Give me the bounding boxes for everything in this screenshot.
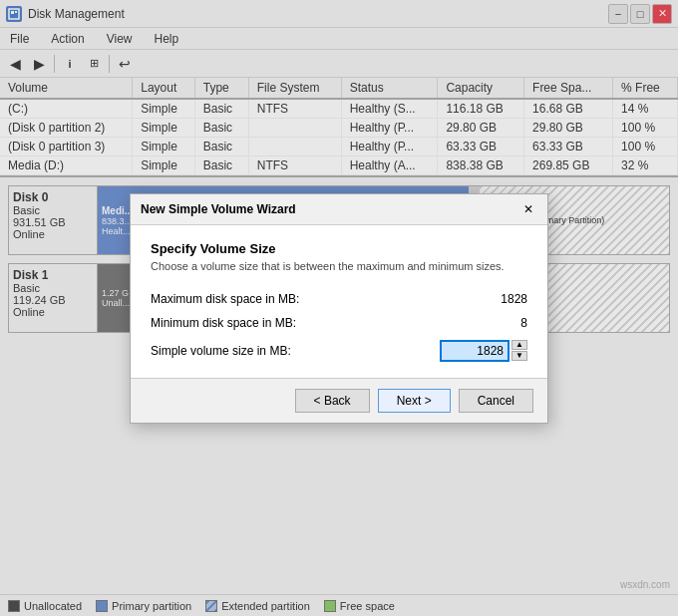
spinner-up-button[interactable]: ▲: [511, 340, 527, 350]
dialog-section-title: Specify Volume Size: [151, 241, 527, 256]
form-value-min: 8: [520, 316, 527, 330]
dialog-form: Maximum disk space in MB: 1828 Minimum d…: [151, 292, 527, 362]
dialog-title-bar: New Simple Volume Wizard ✕: [131, 194, 547, 225]
dialog-title: New Simple Volume Wizard: [141, 202, 296, 216]
form-value-max: 1828: [501, 292, 527, 306]
dialog-footer: < Back Next > Cancel: [131, 378, 547, 423]
form-row-max: Maximum disk space in MB: 1828: [151, 292, 527, 306]
dialog-section-desc: Choose a volume size that is between the…: [151, 260, 527, 272]
next-button[interactable]: Next >: [378, 389, 451, 413]
dialog-overlay: New Simple Volume Wizard ✕ Specify Volum…: [0, 0, 678, 616]
app-window: Disk Management − □ ✕ File Action View H…: [0, 0, 678, 616]
cancel-button[interactable]: Cancel: [459, 389, 533, 413]
form-label-min: Minimum disk space in MB:: [151, 316, 296, 330]
form-label-max: Maximum disk space in MB:: [151, 292, 299, 306]
form-row-size: Simple volume size in MB: ▲ ▼: [151, 340, 527, 362]
back-button[interactable]: < Back: [295, 389, 370, 413]
form-label-size: Simple volume size in MB:: [151, 344, 291, 358]
new-simple-volume-dialog: New Simple Volume Wizard ✕ Specify Volum…: [130, 193, 548, 424]
form-input-wrap-size: ▲ ▼: [440, 340, 527, 362]
volume-size-input[interactable]: [440, 340, 509, 362]
spinner-buttons: ▲ ▼: [511, 340, 527, 361]
dialog-body: Specify Volume Size Choose a volume size…: [131, 225, 547, 378]
dialog-close-button[interactable]: ✕: [519, 200, 537, 218]
spinner-down-button[interactable]: ▼: [511, 351, 527, 361]
form-row-min: Minimum disk space in MB: 8: [151, 316, 527, 330]
